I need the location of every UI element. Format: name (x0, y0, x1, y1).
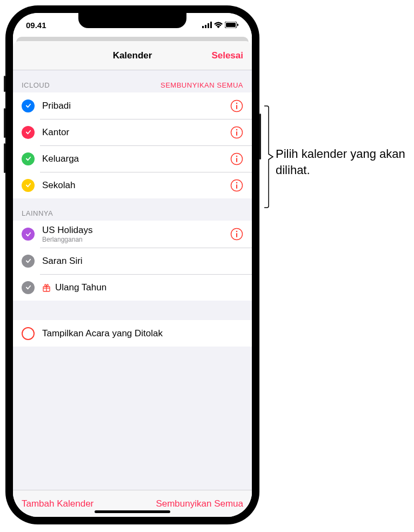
calendar-label: Pribadi (42, 101, 230, 111)
modal-sheet: Kalender Selesai ICLOUD SEMBUNYIKAN SEMU… (13, 41, 252, 517)
wifi-icon (214, 22, 223, 28)
check-icon (22, 126, 35, 139)
calendar-row-sekolah[interactable]: Sekolah (13, 172, 252, 198)
side-button (259, 114, 261, 159)
cellular-icon (202, 22, 212, 28)
status-time: 09.41 (26, 21, 46, 30)
callout-text: Pilih kalender yang akan dilihat. (276, 146, 414, 178)
svg-rect-2 (208, 23, 209, 28)
check-icon (22, 255, 35, 268)
modal-header: Kalender Selesai (13, 41, 252, 70)
check-icon (22, 228, 35, 241)
svg-point-17 (236, 182, 238, 183)
svg-rect-3 (210, 22, 212, 28)
calendar-label: Sekolah (42, 180, 230, 191)
svg-rect-5 (226, 23, 236, 27)
notch (78, 13, 186, 28)
calendar-label: US Holidays (42, 225, 230, 236)
calendar-row-ulang-tahun[interactable]: Ulang Tahun (13, 274, 252, 301)
hide-all-button[interactable]: Sembunyikan Semua (156, 498, 243, 509)
svg-rect-18 (236, 184, 237, 189)
done-button[interactable]: Selesai (211, 50, 243, 61)
info-button[interactable] (230, 126, 243, 139)
page-title: Kalender (113, 50, 152, 61)
calendar-label: Kantor (42, 127, 230, 138)
content-scroll[interactable]: ICLOUD SEMBUNYIKAN SEMUA Pribadi (13, 70, 252, 490)
volume-down-button (4, 143, 5, 173)
calendar-sublabel: Berlangganan (42, 236, 230, 243)
calendar-label: Ulang Tahun (55, 282, 243, 293)
calendar-label: Saran Siri (42, 256, 243, 267)
declined-list: Tampilkan Acara yang Ditolak (13, 320, 252, 347)
svg-rect-0 (202, 26, 204, 28)
svg-point-20 (236, 231, 238, 232)
silent-switch (4, 76, 5, 92)
info-button[interactable] (230, 99, 243, 112)
info-button[interactable] (230, 152, 243, 165)
phone-frame: 09.41 Kalender Selesai (5, 5, 259, 524)
volume-up-button (4, 108, 5, 138)
info-button[interactable] (230, 228, 243, 241)
spacer (13, 301, 252, 320)
screen: 09.41 Kalender Selesai (13, 13, 252, 517)
svg-rect-6 (237, 24, 238, 26)
calendar-row-keluarga[interactable]: Keluarga (13, 145, 252, 172)
icloud-list: Pribadi Kantor (13, 92, 252, 198)
status-right (202, 22, 239, 28)
svg-point-8 (236, 102, 238, 104)
calendar-row-kantor[interactable]: Kantor (13, 119, 252, 145)
others-list: US Holidays Berlangganan Saran Siri (13, 221, 252, 301)
show-declined-row[interactable]: Tampilkan Acara yang Ditolak (13, 320, 252, 347)
calendar-label: Keluarga (42, 154, 230, 164)
section-header-lainnya: LAINNYA (13, 198, 252, 221)
gift-icon (42, 283, 51, 292)
section-header-icloud: ICLOUD SEMBUNYIKAN SEMUA (13, 70, 252, 92)
unchecked-circle-icon (22, 327, 35, 340)
info-button[interactable] (230, 179, 243, 192)
svg-point-11 (236, 129, 238, 130)
svg-rect-1 (205, 25, 206, 28)
svg-rect-9 (236, 105, 237, 109)
svg-rect-15 (236, 158, 237, 162)
svg-rect-21 (236, 233, 237, 237)
svg-rect-12 (236, 131, 237, 136)
battery-icon (225, 22, 239, 28)
check-icon (22, 99, 35, 112)
svg-point-14 (236, 155, 238, 157)
calendar-row-us-holidays[interactable]: US Holidays Berlangganan (13, 221, 252, 248)
calendar-row-siri[interactable]: Saran Siri (13, 248, 252, 274)
add-calendar-button[interactable]: Tambah Kalender (22, 498, 94, 509)
check-icon (22, 179, 35, 192)
section-title-lainnya: LAINNYA (22, 209, 53, 217)
home-indicator[interactable] (95, 510, 170, 513)
check-icon (22, 281, 35, 294)
calendar-row-pribadi[interactable]: Pribadi (13, 92, 252, 119)
callout-bracket (264, 105, 273, 208)
show-declined-label: Tampilkan Acara yang Ditolak (42, 328, 243, 339)
section-title-icloud: ICLOUD (22, 81, 50, 89)
check-icon (22, 152, 35, 165)
hide-all-icloud-button[interactable]: SEMBUNYIKAN SEMUA (161, 81, 243, 89)
